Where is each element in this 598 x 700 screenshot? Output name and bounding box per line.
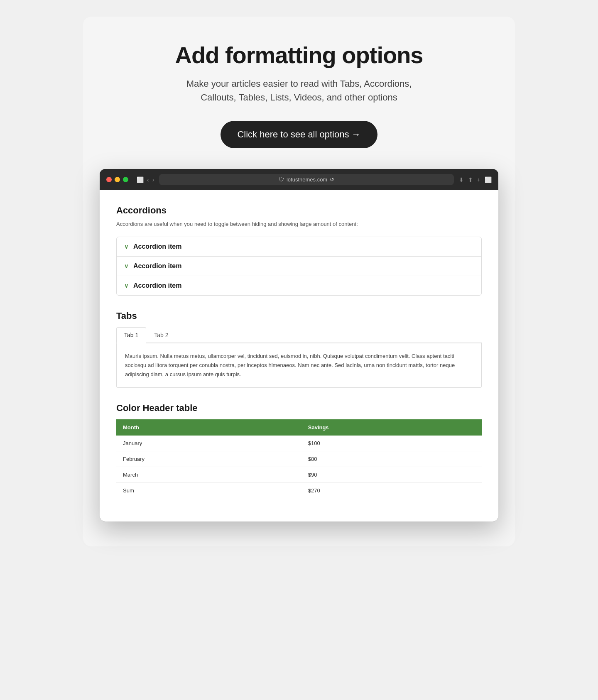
table-cell-1-1: $80 — [301, 451, 482, 467]
address-bar[interactable]: 🛡 lotusthemes.com ↺ — [159, 174, 453, 185]
color-table: Month Savings January$100February$80Marc… — [116, 419, 482, 498]
accordion-item-label-1: Accordion item — [133, 243, 181, 250]
table-cell-3-1: $270 — [301, 482, 482, 498]
browser-action-icons: ⬇ ⬆ + ⬜ — [459, 176, 492, 183]
sidebar-toggle-icon[interactable]: ⬜ — [137, 176, 144, 183]
chevron-down-icon: ∨ — [124, 243, 128, 250]
table-cell-2-0: March — [116, 467, 301, 482]
tabs-bar: Tab 1 Tab 2 — [116, 327, 482, 343]
tab-content-text: Mauris ipsum. Nulla metus metus, ullamco… — [125, 352, 473, 379]
minimize-button[interactable] — [115, 177, 120, 182]
table-body: January$100February$80March$90Sum$270 — [116, 436, 482, 498]
url-text: lotusthemes.com — [287, 176, 327, 183]
accordion-item-2[interactable]: ∨ Accordion item — [117, 257, 481, 276]
table-section: Color Header table Month Savings January… — [116, 403, 482, 498]
accordion-item-1[interactable]: ∨ Accordion item — [117, 237, 481, 257]
browser-window-controls — [106, 177, 128, 182]
accordions-title: Accordions — [116, 205, 482, 216]
hero-subtitle: Make your articles easier to read with T… — [100, 77, 498, 104]
browser-content: Accordions Accordions are useful when yo… — [100, 190, 498, 521]
table-cell-2-1: $90 — [301, 467, 482, 482]
outer-card: Add formatting options Make your article… — [83, 17, 515, 546]
maximize-button[interactable] — [123, 177, 128, 182]
chevron-down-icon: ∨ — [124, 263, 128, 269]
table-title: Color Header table — [116, 403, 482, 414]
cta-button[interactable]: Click here to see all options → — [221, 121, 377, 148]
table-cell-0-1: $100 — [301, 436, 482, 451]
back-icon[interactable]: ‹ — [147, 176, 149, 183]
forward-icon[interactable]: › — [152, 176, 154, 183]
accordion-item-label-2: Accordion item — [133, 262, 181, 270]
table-row: February$80 — [116, 451, 482, 467]
table-cell-1-0: February — [116, 451, 301, 467]
share-icon[interactable]: ⬆ — [468, 176, 473, 183]
accordions-description: Accordions are useful when you need to t… — [116, 220, 482, 228]
tab-2[interactable]: Tab 2 — [146, 327, 176, 343]
tabs-title: Tabs — [116, 311, 482, 321]
reload-icon[interactable]: ↺ — [330, 176, 334, 183]
browser-nav-icons: ⬜ ‹ › — [137, 176, 154, 183]
browser-mockup: ⬜ ‹ › 🛡 lotusthemes.com ↺ ⬇ ⬆ + ⬜ Accord… — [100, 169, 498, 521]
table-row: Sum$270 — [116, 482, 482, 498]
table-row: March$90 — [116, 467, 482, 482]
hero-section: Add formatting options Make your article… — [100, 42, 498, 148]
accordion-item-label-3: Accordion item — [133, 282, 181, 289]
table-header-month: Month — [116, 419, 301, 436]
accordion-container: ∨ Accordion item ∨ Accordion item ∨ Acco… — [116, 237, 482, 296]
table-cell-3-0: Sum — [116, 482, 301, 498]
accordions-section: Accordions Accordions are useful when yo… — [116, 205, 482, 296]
table-cell-0-0: January — [116, 436, 301, 451]
chevron-down-icon: ∨ — [124, 282, 128, 289]
tab-content: Mauris ipsum. Nulla metus metus, ullamco… — [116, 343, 482, 388]
new-tab-icon[interactable]: + — [477, 176, 480, 183]
tabs-icon[interactable]: ⬜ — [485, 176, 492, 183]
table-row: January$100 — [116, 436, 482, 451]
table-header-row: Month Savings — [116, 419, 482, 436]
download-icon[interactable]: ⬇ — [459, 176, 464, 183]
close-button[interactable] — [106, 177, 112, 182]
table-header-savings: Savings — [301, 419, 482, 436]
page-title: Add formatting options — [100, 42, 498, 69]
tabs-section: Tabs Tab 1 Tab 2 Mauris ipsum. Nulla met… — [116, 311, 482, 388]
tab-1[interactable]: Tab 1 — [116, 327, 146, 343]
shield-icon: 🛡 — [279, 176, 284, 183]
browser-toolbar: ⬜ ‹ › 🛡 lotusthemes.com ↺ ⬇ ⬆ + ⬜ — [100, 169, 498, 190]
accordion-item-3[interactable]: ∨ Accordion item — [117, 276, 481, 295]
